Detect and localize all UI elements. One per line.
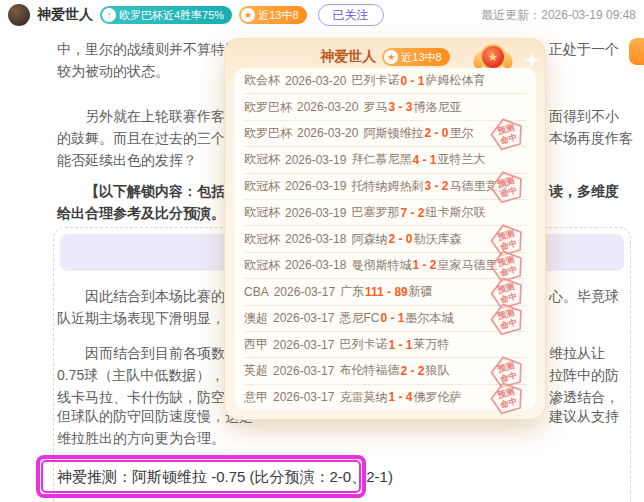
row-home-team: 托特纳姆热刺 [351,178,423,195]
result-row[interactable]: 英超 2026-03-17 布伦特福德 2 - 2 狼队 预测 命中 [244,358,526,384]
locked-line: 维拉胜出的方向更为合理。 [57,430,638,450]
follow-button[interactable]: 已关注 [318,4,384,26]
row-league: 西甲 [244,336,268,353]
result-row[interactable]: 意甲 2026-03-17 克雷莫纳 1 - 4 佛罗伦萨 预测 命中 [244,385,526,410]
row-score: 2 - 2 [400,364,424,378]
row-league: 欧冠杯 [244,204,280,221]
last-update-text: 最近更新：2026-03-19 09:48 [481,7,636,24]
row-league: 意甲 [244,389,268,406]
result-row[interactable]: 澳超 2026-03-17 悉尼FC 0 - 1 墨尔本城 预测 命中 [244,306,526,332]
popup-streak-badge-label: 近13中8 [401,50,441,65]
row-score: 1 - 1 [388,338,412,352]
row-date: 2026-03-19 [285,153,346,167]
row-date: 2026-03-20 [285,74,346,88]
row-home-team: 悉尼FC [339,310,379,327]
row-score: 0 - 1 [400,74,424,88]
row-date: 2026-03-17 [273,338,334,352]
row-date: 2026-03-18 [285,258,346,272]
row-league: 欧冠杯 [244,231,280,248]
result-row[interactable]: 西甲 2026-03-17 巴列卡诺 1 - 1 莱万特 [244,332,526,358]
row-score: 7 - 2 [400,206,424,220]
username: 神爱世人 [37,6,93,24]
row-home-team: 克雷莫纳 [339,389,387,406]
row-score: 2 - 0 [388,232,412,246]
row-league: 欧冠杯 [244,178,280,195]
popup-title: 神爱世人 [320,48,376,66]
row-home-team: 巴列卡诺 [351,72,399,89]
row-away-team: 萨姆松体育 [425,72,485,89]
row-home-team: 曼彻斯特城 [351,257,411,274]
row-date: 2026-03-17 [273,364,334,378]
row-date: 2026-03-18 [285,232,346,246]
win-rate-badge-label: 欧罗巴杯近4胜率75% [119,8,224,23]
row-league: 英超 [244,362,268,379]
streak-badge: ★ 近13中8 [239,6,306,24]
row-away-team: 博洛尼亚 [413,99,461,116]
streak-badge-label: 近13中8 [258,8,298,23]
row-home-team: 罗马 [363,99,387,116]
row-league: 欧会杯 [244,72,280,89]
row-away-team: 佛罗伦萨 [413,389,461,406]
result-row[interactable]: 欧冠杯 2026-03-19 托特纳姆热刺 3 - 2 马德里竞技 预测 命中 [244,174,526,200]
row-date: 2026-03-19 [285,179,346,193]
row-date: 2026-03-19 [285,206,346,220]
row-away-team: 莱万特 [413,336,449,353]
row-away-team: 里尔 [449,125,473,142]
row-home-team: 布伦特福德 [339,362,399,379]
row-away-team: 纽卡斯尔联 [425,204,485,221]
row-league: 欧罗巴杯 [244,99,292,116]
avatar[interactable] [8,4,30,26]
row-score: 1 - 2 [412,258,436,272]
popup-streak-badge: ★ 近13中8 [382,48,449,66]
result-row[interactable]: 欧罗巴杯 2026-03-20 阿斯顿维拉 2 - 0 里尔 预测 命中 [244,121,526,147]
row-score: 3 - 3 [388,100,412,114]
profile-header: 神爱世人 ↑ 欧罗巴杯近4胜率75% ★ 近13中8 已关注 最近更新：2026… [0,0,644,30]
row-date: 2026-03-17 [273,390,334,404]
result-row[interactable]: CBA 2026-03-17 广东 111 - 89 新疆 预测 命中 [244,279,526,305]
row-home-team: 阿斯顿维拉 [363,125,423,142]
row-league: 欧冠杯 [244,151,280,168]
row-home-team: 巴列卡诺 [339,336,387,353]
row-away-team: 勒沃库森 [413,231,461,248]
result-row[interactable]: 欧冠杯 2026-03-19 巴塞罗那 7 - 2 纽卡斯尔联 [244,200,526,226]
row-score: 3 - 2 [424,179,448,193]
arrow-up-icon: ↑ [102,8,116,22]
row-date: 2026-03-17 [274,285,335,299]
row-score: 2 - 0 [424,126,448,140]
star-icon: ★ [384,50,398,64]
star-icon: ★ [241,8,255,22]
row-date: 2026-03-20 [297,100,358,114]
result-row[interactable]: 欧罗巴杯 2026-03-20 罗马 3 - 3 博洛尼亚 [244,94,526,120]
recent-results-popup: 神爱世人 ★ 近13中8 ★ 欧会杯 2026-03-20 巴列卡诺 0 - 1… [224,38,546,420]
row-score: 0 - 1 [380,311,404,325]
prediction-text: 神爱推测：阿斯顿维拉 -0.75 (比分预演：2-0、2-1) [57,468,393,487]
row-home-team: 阿森纳 [351,231,387,248]
row-home-team: 广东 [340,283,364,300]
row-date: 2026-03-17 [273,311,334,325]
result-row[interactable]: 欧冠杯 2026-03-18 阿森纳 2 - 0 勒沃库森 预测 命中 [244,226,526,252]
row-score: 1 - 4 [388,390,412,404]
row-league: 欧罗巴杯 [244,125,292,142]
row-home-team: 巴塞罗那 [351,204,399,221]
result-row[interactable]: 欧会杯 2026-03-20 巴列卡诺 0 - 1 萨姆松体育 [244,68,526,94]
row-score: 4 - 1 [412,153,436,167]
row-league: 欧冠杯 [244,257,280,274]
result-row[interactable]: 欧冠杯 2026-03-18 曼彻斯特城 1 - 2 皇家马德里 预测 命中 [244,253,526,279]
row-league: CBA [244,285,269,299]
row-date: 2026-03-20 [297,126,358,140]
popup-header: 神爱世人 ★ 近13中8 ★ [224,38,546,72]
popup-result-list: 欧会杯 2026-03-20 巴列卡诺 0 - 1 萨姆松体育 欧罗巴杯 202… [234,68,536,410]
floating-widget[interactable] [629,38,644,65]
row-home-team: 拜仁慕尼黑 [351,151,411,168]
result-row[interactable]: 欧冠杯 2026-03-19 拜仁慕尼黑 4 - 1 亚特兰大 [244,147,526,173]
row-league: 澳超 [244,310,268,327]
row-away-team: 墨尔本城 [405,310,453,327]
win-rate-badge: ↑ 欧罗巴杯近4胜率75% [100,6,232,24]
row-away-team: 狼队 [425,362,449,379]
row-score: 111 - 89 [365,285,408,299]
row-away-team: 亚特兰大 [437,151,485,168]
row-away-team: 新疆 [409,283,433,300]
